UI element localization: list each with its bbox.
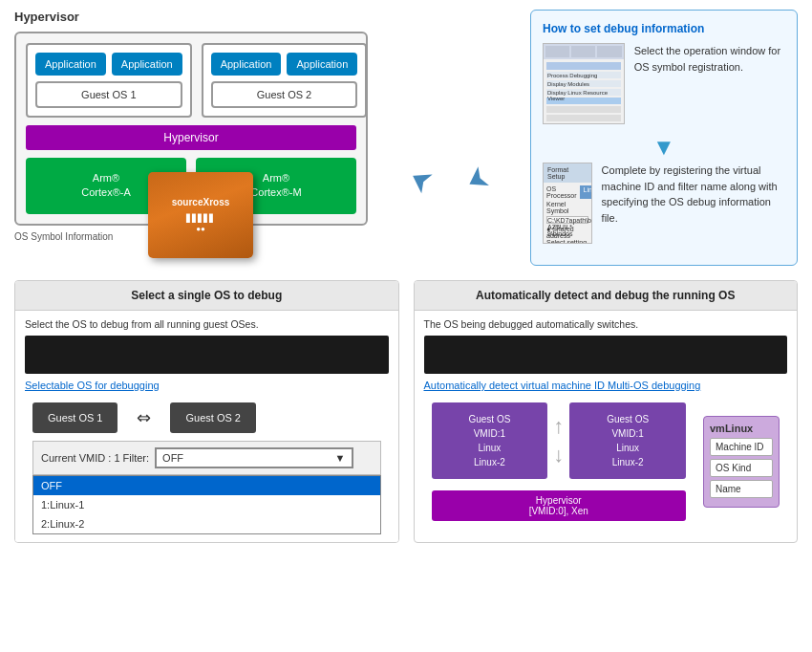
hardware-section: sourceXross ▋▋▋▋▋ ●● ➤ ➤ [387, 10, 511, 201]
vmid-row: Current VMID : 1 Filter: OFF ▼ [32, 441, 381, 475]
right-panel-link[interactable]: Automatically detect virtual machine ID … [424, 380, 701, 391]
left-panel-text: Select the OS to debug from all running … [25, 318, 389, 330]
vmlinux-machine-id: Machine ID [710, 438, 773, 456]
guest-os-group-1: Application Application Guest OS 1 [26, 43, 192, 118]
info-box: How to set debug information Process Deb… [530, 10, 798, 266]
info-text-2: Complete by registering the virtual mach… [602, 163, 785, 226]
right-panel: Automatically detect and debug the runni… [414, 280, 799, 543]
vmlinux-panel: vmLinux Machine ID OS Kind Name [703, 416, 780, 508]
guest-os-box-1: Guest OS 1 [35, 81, 182, 108]
detect-row: Guest OS VMID:1 Linux Linux-2 ↑ ↓ Guest … [432, 402, 780, 521]
filter-dropdown-value[interactable]: OFF ▼ [156, 448, 352, 467]
left-panel-link[interactable]: Selectable OS for debugging [25, 380, 160, 391]
guest-os-2-selector[interactable]: Guest OS 2 [170, 402, 255, 433]
arrow-up-icon: ↑ [553, 414, 564, 439]
right-panel-text: The OS being debugged automatically swit… [424, 318, 788, 330]
top-section: Hypervisor Application Application Guest… [0, 0, 812, 275]
dropdown-option-1[interactable]: 1:Linux-1 [33, 495, 380, 514]
arm-a-label: Arm®Cortex®-A [81, 172, 131, 198]
bottom-section: Select a single OS to debug Select the O… [0, 275, 812, 548]
vmlinux-os-kind: OS Kind [710, 459, 773, 477]
vmlinux-title: vmLinux [710, 423, 773, 434]
guest-1-text: Guest OS VMID:1 Linux Linux-2 [439, 412, 541, 469]
right-panel-header: Automatically detect and debug the runni… [415, 281, 798, 311]
info-text-1: Select the operation window for OS symbo… [634, 43, 785, 75]
guest-os-group-2: Application Application Guest OS 2 [202, 43, 368, 118]
dropdown-list: OFF 1:Linux-1 2:Linux-2 [32, 475, 381, 534]
big-arrows: ➤ ➤ [406, 161, 492, 201]
detect-diagram: Guest OS VMID:1 Linux Linux-2 ↑ ↓ Guest … [424, 395, 788, 529]
left-panel: Select a single OS to debug Select the O… [14, 280, 399, 543]
hypervisor-bottom-text: Hypervisor [VMID:0], Xen [437, 495, 682, 516]
dropdown-demo: Guest OS 1 ⇔ Guest OS 2 Current VMID : 1… [25, 395, 389, 534]
vmlinux-name: Name [710, 480, 773, 498]
dark-bar-left [25, 336, 389, 374]
guest-vmid-box-1: Guest OS VMID:1 Linux Linux-2 [432, 402, 548, 479]
guest-os-box-2: Guest OS 2 [211, 81, 358, 108]
bidirectional-arrow-icon: ⇔ [137, 407, 151, 428]
diagram-title: Hypervisor [14, 10, 368, 24]
app-button-4: Application [287, 53, 357, 76]
info-content-2: Format Setup OS Processor Linux Kernel S… [543, 163, 785, 244]
guest-vmid-box-2: Guest OS VMID:1 Linux Linux-2 [569, 402, 686, 479]
arrow-down-icon-2: ↓ [553, 443, 564, 467]
app-button-2: Application [112, 53, 182, 76]
app-row-1: Application Application [35, 53, 182, 76]
info-box-title: How to set debug information [543, 22, 785, 35]
dropdown-arrow-icon: ▼ [335, 452, 346, 464]
screenshot-mockup-1: Process Debugging Display Modules Displa… [543, 43, 625, 124]
info-content-1: Process Debugging Display Modules Displa… [543, 43, 785, 124]
arrow-left-down: ➤ [401, 159, 438, 204]
dropdown-current-value: OFF [162, 452, 183, 464]
left-panel-body: Select the OS to debug from all running … [15, 311, 398, 542]
dark-bar-right [424, 336, 788, 374]
app-button-3: Application [211, 53, 282, 76]
device-text: sourceXross ▋▋▋▋▋ ●● [172, 196, 230, 234]
right-panel-body: The OS being debugged automatically swit… [415, 311, 798, 536]
arm-m-label: Arm®Cortex®-M [250, 172, 301, 198]
left-panel-header: Select a single OS to debug [15, 281, 398, 311]
dropdown-option-2[interactable]: 2:Linux-2 [33, 514, 380, 533]
hypervisor-bottom-bar: Hypervisor [VMID:0], Xen [432, 490, 687, 521]
circular-arrows: ↑ ↓ [553, 414, 564, 467]
guest-os-1-selector[interactable]: Guest OS 1 [32, 402, 118, 433]
arrow-down-icon: ▼ [543, 134, 785, 161]
dropdown-option-off[interactable]: OFF [33, 476, 380, 495]
filter-dropdown[interactable]: OFF ▼ [155, 447, 353, 468]
arrow-right-down: ➤ [459, 159, 496, 204]
screenshot-mockup-2: Format Setup OS Processor Linux Kernel S… [543, 163, 592, 244]
hypervisor-bar: Hypervisor [26, 125, 356, 150]
groups-row: Application Application Guest OS 1 Appli… [26, 43, 356, 118]
hardware-device: sourceXross ▋▋▋▋▋ ●● [148, 172, 253, 258]
app-row-2: Application Application [211, 53, 358, 76]
app-button-1: Application [35, 53, 106, 76]
guest-2-text: Guest OS VMID:1 Linux Linux-2 [577, 412, 678, 469]
vmid-label: Current VMID : 1 Filter: [41, 452, 149, 464]
os-selector-row: Guest OS 1 ⇔ Guest OS 2 [32, 402, 381, 433]
